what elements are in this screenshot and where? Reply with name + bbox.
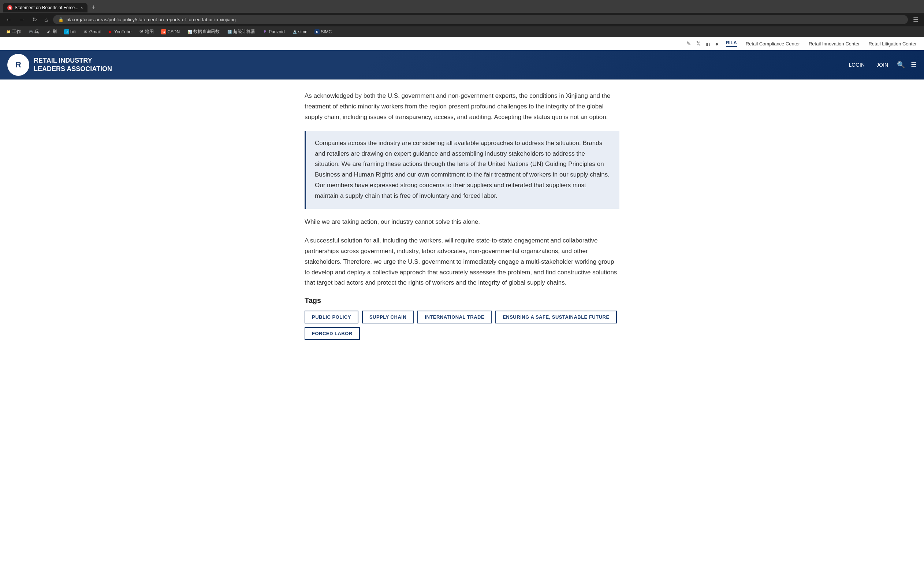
- bookmark-label: 玩: [34, 29, 39, 35]
- tab-title: Statement on Reports of Force...: [15, 5, 78, 10]
- bookmark-label: CSDN: [167, 29, 180, 34]
- bookmark-label: 超级计算器: [233, 29, 255, 35]
- bookmark-wan[interactable]: 🎮 玩: [25, 28, 42, 36]
- nav-link-litigation[interactable]: Retail Litigation Center: [868, 41, 917, 47]
- bookmark-favicon: 🖌: [46, 29, 51, 34]
- bookmarks-bar: 📁 工作 🎮 玩 🖌 刷 b bili ✉ Gmail ▶ YouTube 🗺 …: [0, 26, 924, 37]
- extensions-button[interactable]: ☰: [911, 15, 920, 24]
- bookmark-favicon: 🔢: [227, 29, 232, 34]
- bookmark-label: 地图: [145, 29, 154, 35]
- back-button[interactable]: ←: [4, 16, 14, 24]
- bookmark-label: bili: [70, 29, 76, 34]
- nav-link-compliance[interactable]: Retail Compliance Center: [746, 41, 800, 47]
- instagram-icon[interactable]: ●: [715, 41, 718, 47]
- refresh-button[interactable]: ↻: [30, 15, 39, 24]
- address-bar[interactable]: 🔒 rila.org/focus-areas/public-policy/sta…: [53, 15, 908, 24]
- browser-chrome: R Statement on Reports of Force... × + ←…: [0, 0, 924, 37]
- tab-favicon: R: [7, 5, 13, 10]
- tab-close-button[interactable]: ×: [81, 5, 83, 10]
- logo-letter: R: [15, 60, 21, 70]
- logo-line1: RETAIL INDUSTRY: [34, 57, 112, 65]
- bookmark-label: 数据查询函数: [193, 29, 220, 35]
- bookmark-youtube[interactable]: ▶ YouTube: [105, 29, 134, 35]
- panzoid-icon: P: [262, 29, 268, 34]
- tags-container: PUBLIC POLICY SUPPLY CHAIN INTERNATIONAL…: [304, 311, 620, 340]
- bookmark-favicon: ✉: [83, 29, 88, 34]
- bookmark-gmail[interactable]: ✉ Gmail: [80, 29, 104, 35]
- highlighted-text: Companies across the industry are consid…: [315, 140, 610, 199]
- logo-line2: LEADERS ASSOCIATION: [34, 65, 112, 73]
- blog-icon[interactable]: ✎: [686, 40, 691, 47]
- tab-bar: R Statement on Reports of Force... × +: [0, 0, 924, 13]
- bookmark-calculator[interactable]: 🔢 超级计算器: [224, 28, 258, 36]
- intro-paragraph: As acknowledged by both the U.S. governm…: [304, 91, 620, 123]
- new-tab-button[interactable]: +: [89, 2, 99, 13]
- website: ✎ 𝕏 in ● RILA Retail Compliance Center R…: [0, 37, 924, 513]
- youtube-icon: ▶: [108, 29, 113, 34]
- bookmark-label: 工作: [12, 29, 21, 35]
- join-button[interactable]: JOIN: [874, 60, 891, 69]
- logo-circle: R: [7, 54, 29, 76]
- site-header: ✎ 𝕏 in ● RILA Retail Compliance Center R…: [0, 37, 924, 80]
- lock-icon: 🔒: [58, 17, 64, 22]
- bookmark-csdn[interactable]: C CSDN: [158, 29, 183, 35]
- bookmark-label: YouTube: [114, 29, 131, 34]
- bookmark-label: simc: [298, 29, 307, 34]
- logo-text-block: RETAIL INDUSTRY LEADERS ASSOCIATION: [34, 57, 112, 74]
- url-text: rila.org/focus-areas/public-policy/state…: [66, 17, 236, 22]
- bookmark-panzoid[interactable]: P Panzoid: [260, 29, 287, 35]
- highlighted-paragraph: Companies across the industry are consid…: [304, 131, 620, 209]
- bookmark-favicon: 📁: [6, 29, 11, 34]
- twitter-icon[interactable]: 𝕏: [696, 40, 701, 47]
- login-button[interactable]: LOGIN: [846, 60, 868, 69]
- nav-link-rila[interactable]: RILA: [726, 40, 737, 47]
- bookmark-bili[interactable]: b bili: [61, 29, 79, 35]
- bookmark-label: 刷: [52, 29, 57, 35]
- bookmark-favicon: 📊: [187, 29, 192, 34]
- main-content: As acknowledged by both the U.S. governm…: [297, 80, 627, 355]
- bookmark-favicon: b: [64, 29, 69, 34]
- header-right: LOGIN JOIN 🔍 ☰: [846, 60, 917, 69]
- bookmark-favicon: S: [314, 29, 320, 34]
- address-bar-row: ← → ↻ ⌂ 🔒 rila.org/focus-areas/public-po…: [0, 13, 924, 26]
- bookmark-favicon: 🎮: [28, 29, 33, 34]
- csdn-icon: C: [161, 29, 166, 34]
- tag-international-trade[interactable]: INTERNATIONAL TRADE: [417, 311, 492, 323]
- tag-forced-labor[interactable]: FORCED LABOR: [304, 327, 360, 340]
- bookmark-label: Gmail: [89, 29, 101, 34]
- nav-link-innovation[interactable]: Retail Innovation Center: [809, 41, 859, 47]
- bookmark-favicon: 🗺: [139, 29, 144, 34]
- menu-icon[interactable]: ☰: [911, 61, 917, 69]
- tag-sustainable-future[interactable]: ENSURING A SAFE, SUSTAINABLE FUTURE: [495, 311, 617, 323]
- bookmark-gongzuo[interactable]: 📁 工作: [3, 28, 24, 36]
- header-main: R RETAIL INDUSTRY LEADERS ASSOCIATION LO…: [0, 50, 924, 80]
- bookmark-simc-lower[interactable]: 🔬 simc: [289, 29, 311, 35]
- search-icon[interactable]: 🔍: [897, 61, 905, 69]
- forward-button[interactable]: →: [17, 16, 27, 24]
- paragraph-2: While we are taking action, our industry…: [304, 217, 620, 227]
- bookmark-data-func[interactable]: 📊 数据查询函数: [184, 28, 223, 36]
- active-tab[interactable]: R Statement on Reports of Force... ×: [3, 3, 87, 13]
- top-nav-links: RILA Retail Compliance Center Retail Inn…: [726, 40, 917, 47]
- social-icons: ✎ 𝕏 in ●: [686, 40, 718, 47]
- bookmark-shua[interactable]: 🖌 刷: [43, 28, 60, 36]
- tags-section: Tags PUBLIC POLICY SUPPLY CHAIN INTERNAT…: [304, 296, 620, 340]
- tag-supply-chain[interactable]: SUPPLY CHAIN: [362, 311, 414, 323]
- header-top-nav: ✎ 𝕏 in ● RILA Retail Compliance Center R…: [0, 37, 924, 50]
- bookmark-ditu[interactable]: 🗺 地图: [136, 28, 157, 36]
- bookmark-simc-upper[interactable]: S SIMC: [312, 29, 335, 35]
- bookmark-favicon: 🔬: [292, 29, 297, 34]
- logo-area: R RETAIL INDUSTRY LEADERS ASSOCIATION: [7, 54, 112, 76]
- bookmark-label: Panzoid: [269, 29, 285, 34]
- bookmark-label: SIMC: [321, 29, 332, 34]
- tag-public-policy[interactable]: PUBLIC POLICY: [304, 311, 358, 323]
- paragraph-3: A successful solution for all, including…: [304, 235, 620, 288]
- linkedin-icon[interactable]: in: [706, 41, 710, 47]
- tags-title: Tags: [304, 296, 620, 305]
- home-button[interactable]: ⌂: [42, 16, 50, 24]
